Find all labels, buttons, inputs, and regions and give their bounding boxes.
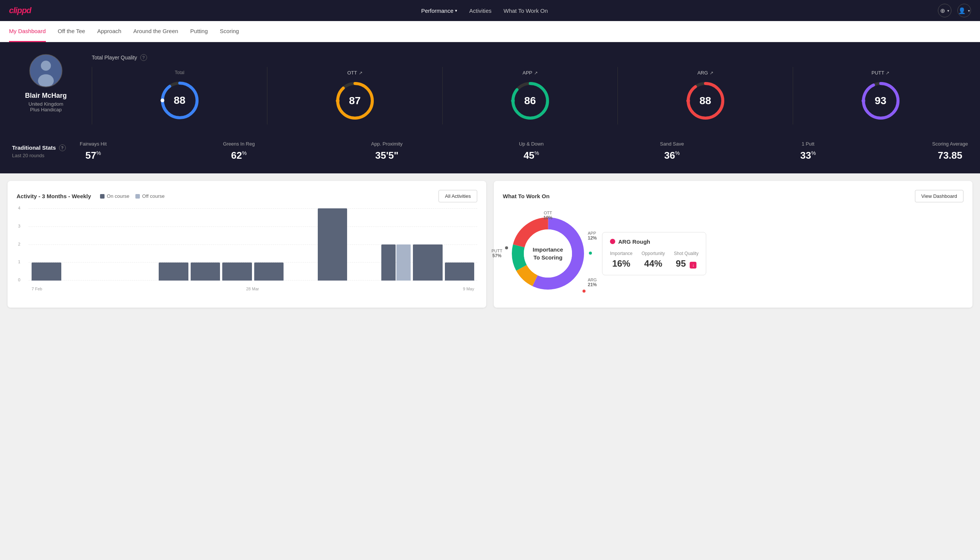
donut-label-ott: OTT 10%: [543, 211, 552, 220]
bar-off-course: [396, 245, 411, 280]
trad-stats-subtitle: Last 20 rounds: [12, 153, 80, 158]
subnav-putting[interactable]: Putting: [190, 21, 208, 42]
bar-chart: 4 3 2 1 0 7 Feb 28 Mar 9 May: [17, 208, 477, 291]
bar-on-course: [32, 263, 61, 280]
dashboard-header: Blair McHarg United Kingdom Plus Handica…: [0, 42, 980, 133]
svg-point-1: [41, 60, 51, 71]
metric-importance: Importance 16%: [610, 251, 632, 269]
score-putt-label: PUTT ↗: [872, 70, 890, 76]
bars-area: [28, 208, 477, 280]
svg-point-5: [161, 98, 164, 102]
add-button[interactable]: ⊕ ▾: [938, 4, 952, 17]
bar-group: [222, 263, 252, 280]
arrow-icon: ↗: [710, 70, 714, 76]
score-arg: ARG ↗ 88: [618, 67, 793, 125]
help-icon[interactable]: ?: [140, 54, 147, 61]
subnav-approach[interactable]: Approach: [97, 21, 121, 42]
bar-group: [349, 280, 379, 280]
donut-label-putt: PUTT 57%: [491, 248, 502, 258]
user-menu-button[interactable]: 👤 ▾: [957, 4, 971, 17]
svg-point-2: [38, 75, 54, 87]
bar-empty: [95, 280, 125, 280]
trad-stats-label: Traditional Stats ? Last 20 rounds: [12, 144, 80, 158]
arrow-icon: ↗: [359, 70, 363, 76]
work-on-title: What To Work On: [503, 193, 549, 199]
bar-group: [286, 280, 316, 280]
bar-group: [381, 245, 411, 280]
info-card: ARG Rough Importance 16% Opportunity 44%…: [602, 232, 706, 275]
subnav-off-the-tee[interactable]: Off the Tee: [58, 21, 85, 42]
nav-activities[interactable]: Activities: [469, 8, 491, 14]
bar-empty: [349, 280, 379, 280]
x-label-may: 9 May: [463, 287, 474, 291]
bar-group: [413, 245, 443, 280]
player-info: Blair McHarg United Kingdom Plus Handica…: [12, 54, 80, 112]
bar-on-course: [413, 245, 443, 280]
bar-group: [318, 208, 348, 280]
activity-card-header: Activity - 3 Months - Weekly On course O…: [17, 190, 477, 202]
subnav-my-dashboard[interactable]: My Dashboard: [9, 21, 46, 42]
info-card-dot: [610, 239, 615, 244]
dot-putt: [505, 246, 508, 249]
player-country: United Kingdom: [28, 101, 63, 107]
arrow-icon: ↗: [885, 70, 889, 76]
subnav-scoring[interactable]: Scoring: [220, 21, 239, 42]
bar-on-course: [222, 263, 252, 280]
donut-center-text: Importance To Scoring: [533, 246, 563, 262]
avatar: [29, 54, 62, 87]
nav-performance[interactable]: Performance ▾: [421, 8, 457, 14]
view-dashboard-button[interactable]: View Dashboard: [915, 190, 963, 202]
ring-ott: 87: [334, 80, 376, 122]
quality-scores: Total 88 OTT ↗: [92, 67, 968, 125]
quality-title: Total Player Quality ?: [92, 54, 968, 61]
score-total: Total 88: [92, 67, 267, 125]
subnav-around-the-green[interactable]: Around the Green: [133, 21, 178, 42]
legend-dot-on: [100, 194, 105, 198]
shot-quality-badge: ↓: [690, 262, 696, 268]
player-handicap: Plus Handicap: [30, 107, 62, 112]
player-name: Blair McHarg: [25, 92, 67, 100]
activity-legend: On course Off course: [100, 193, 165, 199]
nav-what-to-work-on[interactable]: What To Work On: [504, 8, 548, 14]
help-icon-trad[interactable]: ?: [59, 144, 66, 151]
bar-on-course: [381, 245, 396, 280]
bar-on-course: [318, 208, 348, 280]
score-arg-label: ARG ↗: [697, 70, 713, 76]
legend-off-course: Off course: [135, 193, 165, 199]
x-label-feb: 7 Feb: [32, 287, 42, 291]
bar-empty: [286, 280, 316, 280]
bar-on-course: [254, 263, 284, 280]
stat-app-proximity: App. Proximity 35'5": [371, 141, 403, 161]
score-app-label: APP ↗: [522, 70, 537, 76]
bar-group: [127, 280, 157, 280]
chevron-down-icon: ▾: [455, 8, 457, 13]
score-ott-value: 87: [349, 95, 361, 107]
donut-chart: Importance To Scoring OTT 10% APP 12% AR…: [503, 208, 593, 298]
score-app-value: 86: [524, 95, 536, 107]
bar-group: [95, 280, 125, 280]
stat-up-and-down: Up & Down 45%: [519, 141, 544, 161]
score-ott-label: OTT ↗: [348, 70, 363, 76]
score-arg-value: 88: [699, 95, 711, 107]
bar-on-course: [445, 263, 474, 280]
score-app: APP ↗ 86: [443, 67, 618, 125]
bar-group: [191, 263, 220, 280]
svg-point-8: [336, 99, 339, 103]
cards-row: Activity - 3 Months - Weekly On course O…: [0, 173, 980, 315]
activity-card-title: Activity - 3 Months - Weekly: [17, 193, 91, 199]
brand-logo[interactable]: clippd: [9, 6, 31, 15]
ring-app: 86: [509, 80, 551, 122]
work-on-card-header: What To Work On View Dashboard: [503, 190, 963, 202]
ring-putt: 93: [860, 80, 902, 122]
activity-card: Activity - 3 Months - Weekly On course O…: [8, 181, 486, 308]
quality-section: Total Player Quality ? Total 88: [92, 54, 968, 125]
all-activities-button[interactable]: All Activities: [438, 190, 477, 202]
top-navigation: clippd Performance ▾ Activities What To …: [0, 0, 980, 21]
bar-on-course: [159, 263, 188, 280]
donut-label-arg: ARG 21%: [588, 278, 597, 287]
nav-links: Performance ▾ Activities What To Work On: [421, 8, 548, 14]
ring-arg: 88: [685, 80, 726, 122]
stat-items: Fairways Hit 57% Greens In Reg 62% App. …: [80, 141, 968, 161]
dot-arg: [582, 290, 586, 293]
score-total-value: 88: [174, 94, 185, 107]
